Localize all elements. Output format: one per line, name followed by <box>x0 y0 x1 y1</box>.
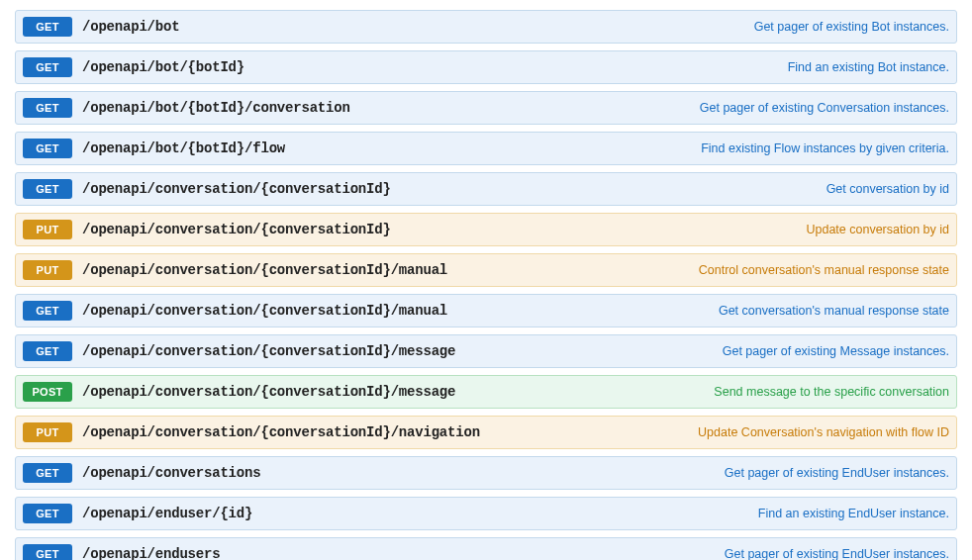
endpoint-path: /openapi/bot/{botId} <box>82 59 244 75</box>
endpoint-row[interactable]: POST/openapi/conversation/{conversationI… <box>15 375 957 409</box>
endpoint-description: Get pager of existing Bot instances. <box>754 20 949 34</box>
endpoint-description: Get conversation's manual response state <box>719 304 949 318</box>
endpoint-path: /openapi/conversations <box>82 465 260 481</box>
endpoint-description: Get conversation by id <box>826 182 949 196</box>
endpoint-row[interactable]: GET/openapi/bot/{botId}/conversationGet … <box>15 91 957 125</box>
endpoint-description: Send message to the specific conversatio… <box>714 385 949 399</box>
method-badge: POST <box>23 382 72 402</box>
endpoint-path: /openapi/bot/{botId}/conversation <box>82 100 350 116</box>
endpoint-description: Update conversation by id <box>806 223 949 236</box>
method-badge: GET <box>23 57 72 77</box>
method-badge: GET <box>23 301 72 321</box>
endpoint-path: /openapi/conversation/{conversationId}/m… <box>82 303 447 319</box>
method-badge: GET <box>23 544 72 560</box>
endpoint-path: /openapi/bot/{botId}/flow <box>82 140 285 156</box>
endpoint-row[interactable]: GET/openapi/conversation/{conversationId… <box>15 294 957 327</box>
endpoint-description: Control conversation's manual response s… <box>699 263 949 277</box>
endpoint-path: /openapi/conversation/{conversationId} <box>82 181 391 197</box>
endpoint-description: Get pager of existing Message instances. <box>723 344 949 358</box>
endpoint-path: /openapi/conversation/{conversationId}/m… <box>82 384 455 400</box>
endpoint-path: /openapi/conversation/{conversationId}/m… <box>82 343 455 359</box>
endpoint-list: GET/openapi/botGet pager of existing Bot… <box>15 10 957 560</box>
endpoint-description: Update Conversation's navigation with fl… <box>698 425 949 439</box>
method-badge: GET <box>23 98 72 118</box>
endpoint-row[interactable]: PUT/openapi/conversation/{conversationId… <box>15 253 957 287</box>
endpoint-path: /openapi/enduser/{id} <box>82 506 252 521</box>
endpoint-description: Find an existing EndUser instance. <box>758 507 949 520</box>
method-badge: GET <box>23 179 72 199</box>
endpoint-row[interactable]: GET/openapi/conversation/{conversationId… <box>15 334 957 368</box>
endpoint-row[interactable]: PUT/openapi/conversation/{conversationId… <box>15 416 957 449</box>
method-badge: GET <box>23 504 72 523</box>
endpoint-path: /openapi/bot <box>82 19 179 35</box>
method-badge: PUT <box>23 260 72 280</box>
endpoint-row[interactable]: GET/openapi/bot/{botId}Find an existing … <box>15 50 957 84</box>
method-badge: PUT <box>23 220 72 239</box>
endpoint-description: Get pager of existing Conversation insta… <box>700 101 949 115</box>
endpoint-row[interactable]: GET/openapi/endusersGet pager of existin… <box>15 537 957 560</box>
endpoint-row[interactable]: GET/openapi/enduser/{id}Find an existing… <box>15 497 957 530</box>
endpoint-description: Get pager of existing EndUser instances. <box>725 466 949 480</box>
endpoint-row[interactable]: GET/openapi/bot/{botId}/flowFind existin… <box>15 132 957 165</box>
endpoint-row[interactable]: GET/openapi/conversation/{conversationId… <box>15 172 957 206</box>
method-badge: GET <box>23 139 72 158</box>
endpoint-path: /openapi/endusers <box>82 546 220 560</box>
method-badge: GET <box>23 17 72 37</box>
endpoint-description: Find existing Flow instances by given cr… <box>701 141 949 155</box>
method-badge: PUT <box>23 422 72 442</box>
method-badge: GET <box>23 341 72 361</box>
endpoint-description: Get pager of existing EndUser instances. <box>725 547 949 560</box>
endpoint-path: /openapi/conversation/{conversationId} <box>82 222 391 237</box>
method-badge: GET <box>23 463 72 483</box>
endpoint-row[interactable]: GET/openapi/botGet pager of existing Bot… <box>15 10 957 44</box>
endpoint-path: /openapi/conversation/{conversationId}/n… <box>82 424 480 440</box>
endpoint-row[interactable]: PUT/openapi/conversation/{conversationId… <box>15 213 957 246</box>
endpoint-description: Find an existing Bot instance. <box>788 60 949 74</box>
endpoint-row[interactable]: GET/openapi/conversationsGet pager of ex… <box>15 456 957 490</box>
endpoint-path: /openapi/conversation/{conversationId}/m… <box>82 262 447 278</box>
